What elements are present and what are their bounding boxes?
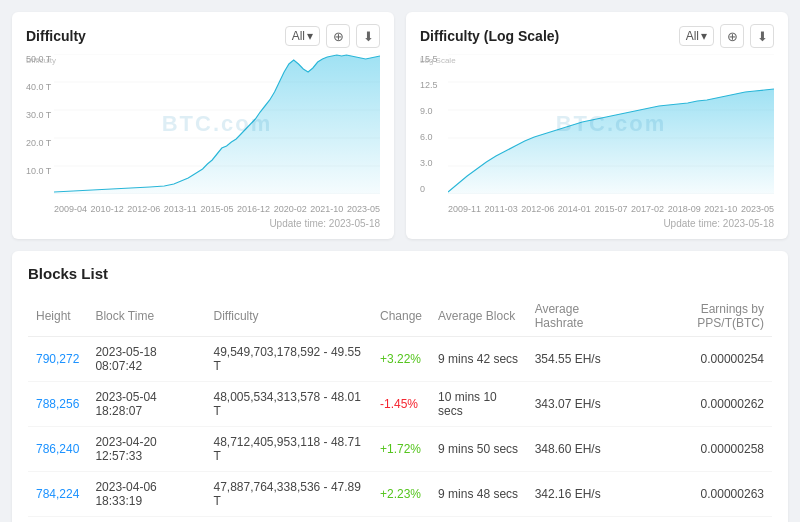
difficulty-log-range-select[interactable]: All ▾ xyxy=(679,26,714,46)
difficulty-svg-container: BTC.com xyxy=(54,54,380,194)
cell-height-1[interactable]: 788,256 xyxy=(28,382,87,427)
blocks-list-title: Blocks List xyxy=(28,265,772,282)
difficulty-update-time: Update time: 2023-05-18 xyxy=(26,218,380,229)
cell-avg-hashrate-3: 342.16 EH/s xyxy=(527,472,633,517)
cell-earnings-0: 0.00000254 xyxy=(632,337,772,382)
col-avg-hashrate: Average Hashrate xyxy=(527,296,633,337)
cell-change-1: -1.45% xyxy=(372,382,430,427)
chevron-down-icon: ▾ xyxy=(307,29,313,43)
cell-block-time-3: 2023-04-06 18:33:19 xyxy=(87,472,205,517)
blocks-table-body: 790,272 2023-05-18 08:07:42 49,549,703,1… xyxy=(28,337,772,523)
difficulty-chart-controls: All ▾ ⊕ ⬇ xyxy=(285,24,380,48)
table-row: 790,272 2023-05-18 08:07:42 49,549,703,1… xyxy=(28,337,772,382)
download-icon: ⬇ xyxy=(363,29,374,44)
cell-avg-block-2: 9 mins 50 secs xyxy=(430,427,527,472)
difficulty-log-update-time: Update time: 2023-05-18 xyxy=(420,218,774,229)
difficulty-log-download-btn[interactable]: ⬇ xyxy=(750,24,774,48)
download-icon-2: ⬇ xyxy=(757,29,768,44)
cell-avg-block-1: 10 mins 10 secs xyxy=(430,382,527,427)
cell-block-time-4: 2023-03-24 01:16:42 xyxy=(87,517,205,523)
difficulty-chart-header: Difficulty All ▾ ⊕ ⬇ xyxy=(26,24,380,48)
cell-earnings-3: 0.00000263 xyxy=(632,472,772,517)
difficulty-log-svg-container: BTC.com xyxy=(448,54,774,194)
table-row: 786,240 2023-04-20 12:57:33 48,712,405,9… xyxy=(28,427,772,472)
cell-height-0[interactable]: 790,272 xyxy=(28,337,87,382)
difficulty-chart-title: Difficulty xyxy=(26,28,86,44)
difficulty-log-chart-header: Difficulty (Log Scale) All ▾ ⊕ ⬇ xyxy=(420,24,774,48)
cell-avg-block-0: 9 mins 42 secs xyxy=(430,337,527,382)
difficulty-x-labels: 2009-04 2010-12 2012-06 2013-11 2015-05 … xyxy=(54,204,380,214)
cell-block-time-0: 2023-05-18 08:07:42 xyxy=(87,337,205,382)
difficulty-chart-card: Difficulty All ▾ ⊕ ⬇ Difficulty xyxy=(12,12,394,239)
cell-avg-block-3: 9 mins 48 secs xyxy=(430,472,527,517)
cell-earnings-4: 0.00000268 xyxy=(632,517,772,523)
cell-difficulty-3: 47,887,764,338,536 - 47.89 T xyxy=(205,472,372,517)
cell-difficulty-4: 46,843,400,286,276 - 46.84 T xyxy=(205,517,372,523)
col-earnings: Earnings by PPS/T(BTC) xyxy=(632,296,772,337)
cell-change-2: +1.72% xyxy=(372,427,430,472)
cell-avg-hashrate-2: 348.60 EH/s xyxy=(527,427,633,472)
cell-avg-hashrate-1: 343.07 EH/s xyxy=(527,382,633,427)
col-difficulty: Difficulty xyxy=(205,296,372,337)
difficulty-download-btn[interactable]: ⬇ xyxy=(356,24,380,48)
table-row: 784,224 2023-04-06 18:33:19 47,887,764,3… xyxy=(28,472,772,517)
cell-change-3: +2.23% xyxy=(372,472,430,517)
cell-avg-hashrate-4: 335.23 EH/s xyxy=(527,517,633,523)
blocks-list-card: Blocks List Height Block Time Difficulty… xyxy=(12,251,788,522)
cell-earnings-1: 0.00000262 xyxy=(632,382,772,427)
difficulty-log-chart-title: Difficulty (Log Scale) xyxy=(420,28,559,44)
cell-height-3[interactable]: 784,224 xyxy=(28,472,87,517)
cell-block-time-1: 2023-05-04 18:28:07 xyxy=(87,382,205,427)
col-height: Height xyxy=(28,296,87,337)
difficulty-log-y-labels: 15.5 12.5 9.0 6.0 3.0 0 xyxy=(420,54,448,194)
zoom-in-icon: ⊕ xyxy=(333,29,344,44)
table-row: 782,208 2023-03-24 01:16:42 46,843,400,2… xyxy=(28,517,772,523)
difficulty-chart-area: Difficulty 50.0 T 40.0 T 30.0 T 20.0 T 1… xyxy=(26,54,380,214)
cell-change-4: +7.56% xyxy=(372,517,430,523)
cell-earnings-2: 0.00000258 xyxy=(632,427,772,472)
cell-avg-block-4: 9 mins 18 secs xyxy=(430,517,527,523)
chevron-down-icon-2: ▾ xyxy=(701,29,707,43)
difficulty-log-svg xyxy=(448,54,774,194)
difficulty-svg xyxy=(54,54,380,194)
cell-avg-hashrate-0: 354.55 EH/s xyxy=(527,337,633,382)
col-change: Change xyxy=(372,296,430,337)
blocks-table-head: Height Block Time Difficulty Change Aver… xyxy=(28,296,772,337)
cell-height-2[interactable]: 786,240 xyxy=(28,427,87,472)
difficulty-log-x-labels: 2009-11 2011-03 2012-06 2014-01 2015-07 … xyxy=(448,204,774,214)
cell-change-0: +3.22% xyxy=(372,337,430,382)
cell-difficulty-2: 48,712,405,953,118 - 48.71 T xyxy=(205,427,372,472)
cell-difficulty-0: 49,549,703,178,592 - 49.55 T xyxy=(205,337,372,382)
difficulty-y-labels: 50.0 T 40.0 T 30.0 T 20.0 T 10.0 T xyxy=(26,54,54,194)
blocks-table: Height Block Time Difficulty Change Aver… xyxy=(28,296,772,522)
table-row: 788,256 2023-05-04 18:28:07 48,005,534,3… xyxy=(28,382,772,427)
difficulty-range-select[interactable]: All ▾ xyxy=(285,26,320,46)
difficulty-log-zoom-btn[interactable]: ⊕ xyxy=(720,24,744,48)
cell-difficulty-1: 48,005,534,313,578 - 48.01 T xyxy=(205,382,372,427)
cell-height-4[interactable]: 782,208 xyxy=(28,517,87,523)
col-avg-block: Average Block xyxy=(430,296,527,337)
charts-row: Difficulty All ▾ ⊕ ⬇ Difficulty xyxy=(12,12,788,239)
difficulty-log-chart-card: Difficulty (Log Scale) All ▾ ⊕ ⬇ Log Sca… xyxy=(406,12,788,239)
zoom-in-icon-2: ⊕ xyxy=(727,29,738,44)
blocks-table-header-row: Height Block Time Difficulty Change Aver… xyxy=(28,296,772,337)
difficulty-log-chart-area: Log Scale 15.5 12.5 9.0 6.0 3.0 0 BTC.co… xyxy=(420,54,774,214)
col-block-time: Block Time xyxy=(87,296,205,337)
difficulty-log-chart-controls: All ▾ ⊕ ⬇ xyxy=(679,24,774,48)
page: Difficulty All ▾ ⊕ ⬇ Difficulty xyxy=(0,0,800,522)
cell-block-time-2: 2023-04-20 12:57:33 xyxy=(87,427,205,472)
difficulty-zoom-btn[interactable]: ⊕ xyxy=(326,24,350,48)
